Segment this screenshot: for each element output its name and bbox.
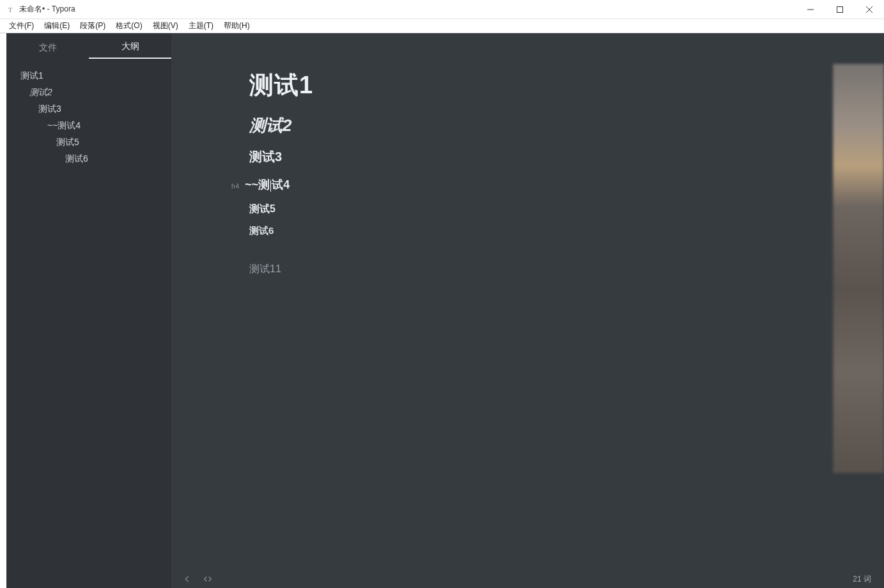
menu-paragraph[interactable]: 段落(P) [75,19,111,33]
status-bar: 21 词 [171,570,884,588]
menubar: 文件(F) 编辑(E) 段落(P) 格式(O) 视图(V) 主题(T) 帮助(H… [0,19,884,33]
tab-outline[interactable]: 大纲 [89,35,171,59]
minimize-button[interactable] [796,0,825,19]
outline-item[interactable]: 测试6 [6,151,171,167]
heading-4-row[interactable]: h4 ~~测试4 [249,177,670,203]
heading-6[interactable]: 测试6 [249,225,670,237]
back-icon[interactable] [183,575,192,584]
heading-4[interactable]: ~~测试4 [245,177,290,192]
outline-panel: 测试1 测试2 测试3 ~~测试4 测试5 测试6 [6,59,171,167]
menu-view[interactable]: 视图(V) [148,19,183,33]
menu-format[interactable]: 格式(O) [111,19,147,33]
menu-edit[interactable]: 编辑(E) [39,19,75,33]
editor-area[interactable]: 测试1 测试2 测试3 h4 ~~测试4 测试5 测试6 测试11 [171,33,884,588]
text-caret [270,180,271,192]
left-strip [0,33,6,588]
heading-2[interactable]: 测试2 [249,114,670,137]
heading-level-hint: h4 [231,183,240,190]
heading-3[interactable]: 测试3 [249,148,670,166]
svg-rect-1 [837,7,843,13]
window-title: 未命名• - Typora [19,4,75,15]
outline-item[interactable]: 测试3 [6,101,171,118]
menu-file[interactable]: 文件(F) [4,19,39,33]
source-code-icon[interactable] [203,575,212,584]
maximize-button[interactable] [825,0,855,19]
outline-item[interactable]: 测试2 [6,84,171,101]
outline-item[interactable]: 测试5 [6,134,171,151]
app-body: 文件 大纲 测试1 测试2 测试3 ~~测试4 测试5 测试6 测试1 测试2 … [0,33,884,588]
tab-files[interactable]: 文件 [6,36,89,59]
window-titlebar: T 未命名• - Typora [0,0,884,19]
word-count[interactable]: 21 词 [853,574,871,585]
app-icon: T [5,4,15,15]
heading-1[interactable]: 测试1 [249,69,670,102]
window-controls [796,0,884,19]
outline-item[interactable]: ~~测试4 [6,118,171,134]
editor-content[interactable]: 测试1 测试2 测试3 h4 ~~测试4 测试5 测试6 测试11 [171,33,670,276]
heading-4-pre: ~~测 [245,178,270,191]
paragraph[interactable]: 测试11 [249,263,670,276]
heading-4-post: 试4 [272,178,290,191]
outline-item[interactable]: 测试1 [6,68,171,84]
close-button[interactable] [855,0,884,19]
menu-theme[interactable]: 主题(T) [183,19,219,33]
sidebar-tabs: 文件 大纲 [6,33,171,59]
menu-help[interactable]: 帮助(H) [219,19,255,33]
overlay-image [833,64,884,473]
sidebar: 文件 大纲 测试1 测试2 测试3 ~~测试4 测试5 测试6 [6,33,171,588]
heading-5[interactable]: 测试5 [249,203,670,216]
